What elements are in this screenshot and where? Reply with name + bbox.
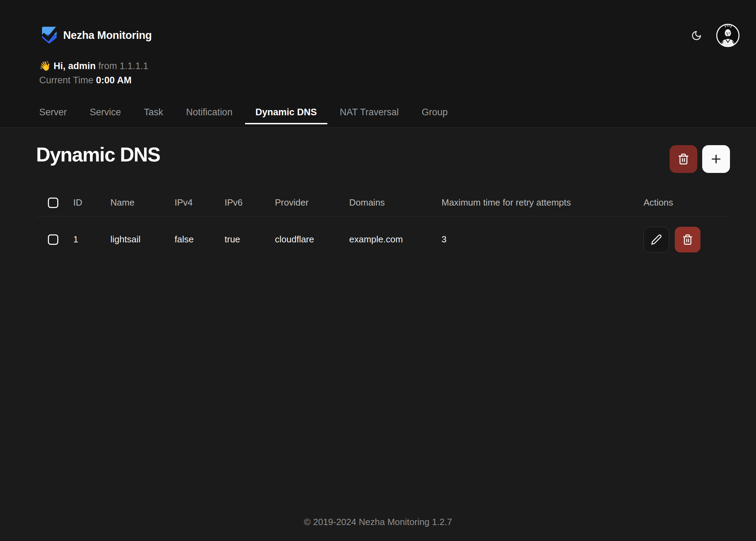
tab-notification[interactable]: Notification	[176, 107, 243, 124]
app-root: Nezha Monitoring	[0, 0, 756, 541]
current-time-label: Current Time	[39, 75, 93, 85]
cell-provider: cloudflare	[275, 234, 349, 245]
tab-group[interactable]: Group	[411, 107, 458, 124]
moon-icon	[691, 30, 702, 41]
greeting-line: 👋 Hi, admin from 1.1.1.1	[39, 59, 148, 73]
table-header-row: ID Name IPv4 IPv6 Provider Domains Maxim…	[36, 189, 731, 216]
row-select-checkbox[interactable]	[48, 234, 58, 245]
nezha-logo-icon	[41, 26, 58, 45]
tab-service[interactable]: Service	[79, 107, 132, 124]
page-toolbar	[670, 145, 730, 173]
add-record-button[interactable]	[702, 145, 730, 173]
current-time-value: 0:00 AM	[96, 75, 132, 85]
cell-actions	[644, 227, 731, 252]
column-header-ipv6: IPv6	[225, 197, 275, 208]
cell-ipv4: false	[175, 234, 225, 245]
tab-server[interactable]: Server	[29, 107, 77, 124]
ddns-table: ID Name IPv4 IPv6 Provider Domains Maxim…	[36, 189, 731, 263]
user-avatar[interactable]	[716, 23, 740, 48]
top-header: Nezha Monitoring	[0, 0, 756, 128]
theme-toggle-button[interactable]	[689, 28, 703, 42]
tab-dynamic-dns[interactable]: Dynamic DNS	[245, 107, 327, 124]
trash-icon	[678, 153, 689, 165]
copyright-text: © 2019-2024 Nezha Monitoring 1.2.7	[304, 517, 452, 527]
cell-domains: example.com	[349, 234, 442, 245]
main-nav-tabs: Server Service Task Notification Dynamic…	[29, 107, 458, 124]
cell-name: lightsail	[110, 234, 175, 245]
plus-icon	[709, 152, 723, 166]
trash-icon	[682, 234, 693, 245]
column-header-max-retry: Maximum time for retry attempts	[442, 197, 644, 208]
bulk-delete-button[interactable]	[670, 145, 697, 173]
brand: Nezha Monitoring	[41, 26, 152, 45]
greeting-from-ip: from 1.1.1.1	[98, 61, 148, 71]
column-header-name: Name	[110, 197, 175, 208]
page-title: Dynamic DNS	[36, 143, 160, 166]
pencil-icon	[651, 234, 662, 245]
column-header-actions: Actions	[644, 197, 731, 208]
column-header-domains: Domains	[349, 197, 442, 208]
delete-record-button[interactable]	[675, 227, 700, 252]
column-header-id: ID	[73, 197, 110, 208]
tab-task[interactable]: Task	[134, 107, 174, 124]
select-all-checkbox[interactable]	[48, 198, 58, 208]
current-time-line: Current Time 0:00 AM	[39, 73, 148, 88]
wave-emoji: 👋	[39, 61, 51, 71]
column-header-provider: Provider	[275, 197, 349, 208]
greeting-block: 👋 Hi, admin from 1.1.1.1 Current Time 0:…	[39, 59, 148, 88]
cell-ipv6: true	[225, 234, 275, 245]
table-row: 1 lightsail false true cloudflare exampl…	[36, 216, 731, 263]
column-header-ipv4: IPv4	[175, 197, 225, 208]
cell-max-retry: 3	[442, 234, 644, 245]
greeting-user: Hi, admin	[53, 61, 96, 71]
app-title: Nezha Monitoring	[63, 29, 152, 42]
avatar-illustration-icon	[716, 23, 740, 48]
cell-id: 1	[73, 234, 110, 245]
edit-record-button[interactable]	[644, 227, 669, 252]
tab-nat-traversal[interactable]: NAT Traversal	[329, 107, 409, 124]
page-footer: © 2019-2024 Nezha Monitoring 1.2.7	[0, 517, 756, 527]
header-actions	[689, 23, 740, 48]
